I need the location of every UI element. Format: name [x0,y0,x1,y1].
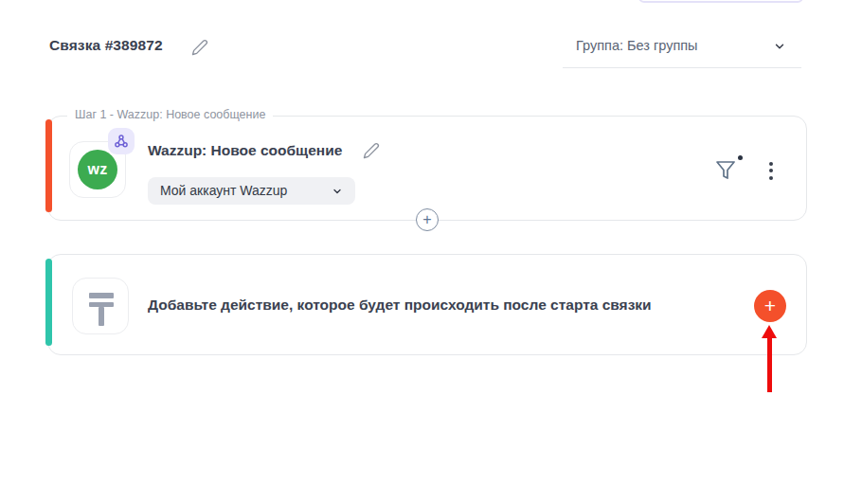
wazzup-logo: wz [78,150,117,189]
tenge-placeholder-icon [89,293,114,326]
account-select-value: Мой аккаунт Wazzup [160,183,287,198]
plus-icon: + [764,295,776,316]
filter-icon [714,158,743,181]
step1-menu-button[interactable] [763,158,780,183]
edit-title-button[interactable] [191,38,210,57]
pencil-icon [363,142,382,159]
trigger-accent-bar [45,119,52,212]
group-selector-value: Группа: Без группы [576,38,698,53]
pencil-icon [191,39,210,56]
insert-step-button[interactable]: + [416,208,439,231]
step1-trigger-card: Шаг 1 - Wazzup: Новое сообщение wz Wazzu… [47,116,807,221]
group-selector[interactable]: Группа: Без группы [563,27,801,68]
workflow-editor-screen: Связка #389872 Группа: Без группы Шаг 1 … [0,0,862,504]
cut-off-toolbar-button[interactable] [638,0,803,3]
chevron-down-icon [773,40,786,53]
edit-step1-button[interactable] [363,141,382,160]
wazzup-app-icon: wz [69,141,126,198]
filter-active-dot [738,155,743,160]
step1-title: Wazzup: Новое сообщение [148,142,342,159]
action-accent-bar [45,259,52,346]
page-title: Связка #389872 [49,37,163,54]
kebab-menu-icon [763,162,780,180]
add-action-message: Добавьте действие, которое будет происхо… [148,297,652,314]
chevron-down-icon [332,186,343,197]
account-select[interactable]: Мой аккаунт Wazzup [148,177,355,205]
webhook-badge-icon [108,128,135,154]
add-action-card: Добавьте действие, которое будет происхо… [47,254,807,355]
placeholder-app-icon [72,278,129,334]
plus-icon: + [422,211,431,227]
step1-legend: Шаг 1 - Wazzup: Новое сообщение [67,108,273,121]
add-action-button[interactable]: + [754,290,786,322]
